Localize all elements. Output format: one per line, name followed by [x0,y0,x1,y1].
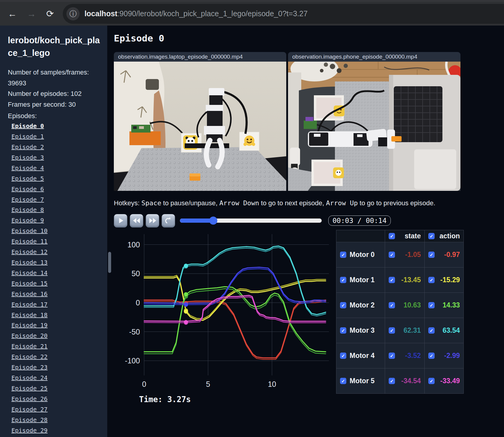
svg-text:100: 100 [127,240,140,249]
episode-link-9[interactable]: Episode 9 [11,217,44,224]
checkbox-motor-5-state[interactable]: ✓ [389,378,395,384]
motor-state-value: -3.52 [405,352,421,360]
loop-button[interactable] [162,214,175,228]
episode-list-item: Episode 6 [11,184,101,195]
rewind-button[interactable] [130,214,143,228]
motor-action-value: 63.54 [442,326,460,335]
hug-box [239,132,259,151]
episode-list-item: Episode 2 [11,142,101,153]
motor-row-3: ✓Motor 3✓62.31✓63.54 [336,318,464,343]
motor-action-value: -2.99 [444,352,460,360]
episode-link-2[interactable]: Episode 2 [11,143,44,151]
checkbox-motor-2[interactable]: ✓ [340,302,346,308]
motor-row-5: ✓Motor 5✓-34.54✓-33.49 [336,368,464,394]
checkbox-motor-0-state[interactable]: ✓ [389,252,395,258]
url-bar[interactable]: ⓘ localhost:9090/lerobot/koch_pick_place… [63,4,504,24]
state-header-cell: ✓ state [385,230,425,242]
stat-samples: Number of samples/frames: 39693 [8,67,101,88]
episode-link-25[interactable]: Episode 25 [11,385,47,392]
episode-link-17[interactable]: Episode 17 [11,301,47,308]
motor-row-2: ✓Motor 2✓10.63✓14.33 [336,293,464,318]
episode-link-29[interactable]: Episode 29 [11,427,47,434]
episode-link-24[interactable]: Episode 24 [11,374,47,381]
checkbox-motor-4[interactable]: ✓ [340,353,346,359]
episode-list-item: Episode 4 [11,163,101,174]
checkbox-motor-5[interactable]: ✓ [340,378,346,384]
episode-link-4[interactable]: Episode 4 [11,164,44,172]
back-icon[interactable]: ← [8,9,17,18]
svg-text:0: 0 [142,380,146,388]
episode-link-12[interactable]: Episode 12 [11,248,47,255]
forward-icon[interactable]: → [27,9,36,18]
episode-link-5[interactable]: Episode 5 [11,175,44,182]
checkbox-motor-0-action[interactable]: ✓ [428,252,435,258]
episode-link-28[interactable]: Episode 28 [11,416,47,423]
episode-link-11[interactable]: Episode 11 [11,238,47,245]
episode-list-item: Episode 24 [11,373,101,384]
episode-link-22[interactable]: Episode 22 [11,353,47,360]
checkbox-motor-1[interactable]: ✓ [340,277,346,283]
episode-link-26[interactable]: Episode 26 [11,395,47,402]
motor-name: Motor 3 [350,326,375,335]
hotkeys-help: Hotkeys: Space to pause/unpause, Arrow D… [114,199,504,207]
checkbox-motor-1-action[interactable]: ✓ [428,277,435,283]
episode-list-item: Episode 19 [11,320,101,331]
video-laptop[interactable]: observation.images.laptop_episode_000000… [114,52,286,191]
checkbox-motor-4-action[interactable]: ✓ [428,353,435,359]
motor-chart[interactable]: 100500-50-1000510 Time: 3.27s [114,230,333,404]
episode-link-0[interactable]: Episode 0 [11,122,44,130]
checkbox-motor-3-state[interactable]: ✓ [389,327,395,334]
episode-list-item: Episode 30 [11,436,101,437]
checkbox-motor-4-state[interactable]: ✓ [389,353,395,359]
reload-icon[interactable]: ⟳ [46,9,54,18]
episode-list-item: Episode 13 [11,258,101,268]
episode-link-15[interactable]: Episode 15 [11,280,47,287]
video-phone-scene [288,62,460,191]
loop-icon [165,217,172,225]
checkbox-motor-0[interactable]: ✓ [340,252,346,258]
play-button[interactable] [114,214,127,228]
episode-link-3[interactable]: Episode 3 [11,154,44,161]
episode-list-item: Episode 29 [11,426,101,436]
episode-link-20[interactable]: Episode 20 [11,332,47,339]
checkbox-motor-3-action[interactable]: ✓ [428,327,435,334]
checkbox-motor-2-state[interactable]: ✓ [389,302,395,308]
video-phone[interactable]: observation.images.phone_episode_000000.… [288,52,460,191]
video-laptop-scene [114,62,286,191]
episode-link-6[interactable]: Episode 6 [11,185,44,193]
episode-list-item: Episode 20 [11,331,101,341]
checkbox-motor-2-action[interactable]: ✓ [428,302,435,308]
episode-list-item: Episode 23 [11,362,101,373]
episode-list-item: Episode 9 [11,215,101,226]
episode-link-1[interactable]: Episode 1 [11,133,44,140]
seek-slider-thumb[interactable] [209,217,217,225]
episode-link-16[interactable]: Episode 16 [11,290,47,298]
episode-link-7[interactable]: Episode 7 [11,196,44,203]
episode-link-10[interactable]: Episode 10 [11,227,47,234]
checkbox-action-all[interactable]: ✓ [428,233,435,239]
episode-link-8[interactable]: Episode 8 [11,206,44,213]
episode-link-23[interactable]: Episode 23 [11,364,47,371]
episode-list-item: Episode 21 [11,341,101,352]
checkbox-motor-1-state[interactable]: ✓ [389,277,395,283]
motor-row-0: ✓Motor 0✓-1.05✓-0.97 [336,242,464,267]
site-info-icon[interactable]: ⓘ [66,7,80,20]
checkbox-motor-3[interactable]: ✓ [340,327,346,334]
hotkey-space: Space [141,199,161,207]
episode-link-13[interactable]: Episode 13 [11,259,47,266]
svg-text:50: 50 [132,269,140,278]
checkbox-motor-5-action[interactable]: ✓ [428,378,435,384]
sidebar-scrollbar-thumb[interactable] [108,252,111,273]
checkbox-state-all[interactable]: ✓ [389,233,395,239]
action-header-cell: ✓ action [425,230,464,242]
episode-link-27[interactable]: Episode 27 [11,406,47,413]
episode-list-item: Episode 16 [11,289,101,300]
episode-link-14[interactable]: Episode 14 [11,269,47,277]
fast-forward-button[interactable] [146,214,159,228]
episode-list-item: Episode 12 [11,247,101,258]
seek-slider[interactable] [180,218,322,223]
episode-link-18[interactable]: Episode 18 [11,311,47,319]
episode-link-21[interactable]: Episode 21 [11,343,47,350]
episode-list-item: Episode 8 [11,205,101,215]
episode-link-19[interactable]: Episode 19 [11,322,47,329]
